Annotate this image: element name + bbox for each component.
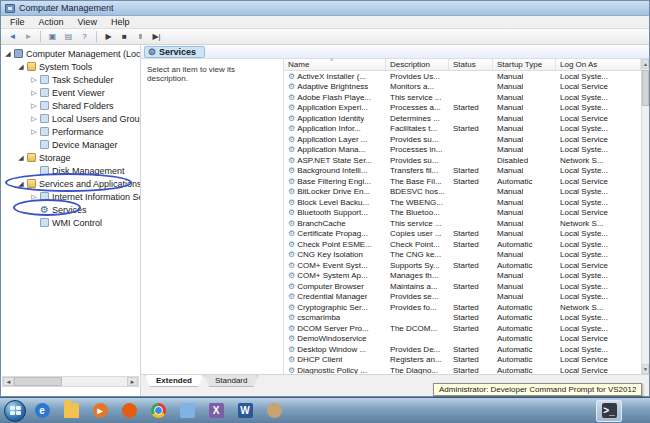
restart-service-button[interactable]: ▶| [149, 30, 164, 43]
word-icon[interactable]: W [232, 400, 258, 422]
forward-button[interactable]: ► [21, 30, 36, 43]
table-row[interactable]: ⚙CNG Key IsolationThe CNG ke...ManualLoc… [284, 250, 641, 261]
tree-item-internet-information-se[interactable]: ▷Internet Information Se [1, 190, 140, 203]
table-row[interactable]: ⚙DHCP ClientRegisters an...StartedAutoma… [284, 355, 641, 366]
tab-extended[interactable]: Extended [145, 375, 203, 387]
firefox-icon[interactable] [116, 400, 142, 422]
menu-help[interactable]: Help [104, 17, 137, 27]
tree-item-storage[interactable]: ◢Storage [1, 151, 140, 164]
chrome-icon[interactable] [145, 400, 171, 422]
scrollbar-thumb[interactable] [642, 70, 649, 106]
computer-icon [14, 49, 23, 58]
column-header-startup-type[interactable]: Startup Type [493, 59, 556, 70]
collapsed-arrow-icon[interactable]: ▷ [29, 115, 39, 123]
show-console-tree-button[interactable]: ▣ [45, 30, 60, 43]
table-row[interactable]: ⚙Application IdentityDetermines ...Manua… [284, 113, 641, 124]
table-row[interactable]: ⚙Desktop Window ...Provides De...Started… [284, 344, 641, 355]
table-row[interactable]: ⚙Computer BrowserMaintains a...StartedMa… [284, 281, 641, 292]
table-row[interactable]: ⚙DCOM Server Pro...The DCOM...StartedAut… [284, 323, 641, 334]
service-name: Check Point ESME... [297, 240, 372, 249]
scrollbar-track[interactable] [14, 377, 127, 386]
table-row[interactable]: ⚙BranchCacheThis service ...ManualNetwor… [284, 218, 641, 229]
table-row[interactable]: ⚙Credential ManagerProvides se...ManualL… [284, 292, 641, 303]
expanded-arrow-icon[interactable]: ◢ [16, 180, 26, 188]
tree-item-task-scheduler[interactable]: ▷Task Scheduler [1, 73, 140, 86]
collapsed-arrow-icon[interactable]: ▷ [29, 193, 39, 201]
collapsed-arrow-icon[interactable]: ▷ [29, 128, 39, 136]
menu-action[interactable]: Action [32, 17, 71, 27]
media-player-icon[interactable]: ▸ [87, 400, 113, 422]
tree-item-shared-folders[interactable]: ▷Shared Folders [1, 99, 140, 112]
table-row[interactable]: ⚙Adaptive BrightnessMonitors a...ManualL… [284, 82, 641, 93]
table-row[interactable]: ⚙ActiveX Installer (...Provides Us...Man… [284, 71, 641, 82]
scroll-up-button[interactable]: ▲ [642, 59, 649, 69]
export-list-button[interactable]: ▤ [61, 30, 76, 43]
scroll-right-button[interactable]: ► [127, 377, 138, 386]
help-button[interactable]: ? [77, 30, 92, 43]
tree-item-system-tools[interactable]: ◢System Tools [1, 60, 140, 73]
table-row[interactable]: ⚙Application Infor...Facilitates t...Sta… [284, 124, 641, 135]
table-row[interactable]: ⚙Application Layer ...Provides su...Manu… [284, 134, 641, 145]
collapsed-arrow-icon[interactable]: ▷ [29, 89, 39, 97]
scroll-left-button[interactable]: ◄ [3, 377, 14, 386]
tree-horizontal-scrollbar[interactable]: ◄ ► [2, 376, 139, 387]
app-x-icon[interactable]: X [203, 400, 229, 422]
expanded-arrow-icon[interactable]: ◢ [16, 63, 26, 71]
titlebar[interactable]: Computer Management [1, 1, 649, 16]
tree-item-services[interactable]: ⚙Services [1, 203, 140, 216]
service-name: Application Layer ... [297, 135, 367, 144]
column-header-name[interactable]: ˄Name [284, 59, 386, 70]
tree-item-disk-management[interactable]: Disk Management [1, 164, 140, 177]
column-header-status[interactable]: Status [449, 59, 493, 70]
start-button[interactable] [4, 400, 26, 422]
tree-item-performance[interactable]: ▷Performance [1, 125, 140, 138]
tree-item-local-users-and-groups[interactable]: ▷Local Users and Groups [1, 112, 140, 125]
photo-viewer-icon[interactable] [174, 400, 200, 422]
table-row[interactable]: ⚙Bluetooth Support...The Bluetoo...Manua… [284, 208, 641, 219]
stop-service-button[interactable]: ■ [117, 30, 132, 43]
column-header-log-on-as[interactable]: Log On As [556, 59, 641, 70]
collapsed-arrow-icon[interactable]: ▷ [29, 76, 39, 84]
table-row[interactable]: ⚙ASP.NET State Ser...Provides su...Disab… [284, 155, 641, 166]
service-logon-as: Local Syste... [560, 93, 608, 102]
scroll-down-button[interactable]: ▼ [642, 364, 649, 374]
service-logon-as: Local Syste... [560, 124, 608, 133]
table-vertical-scrollbar[interactable]: ▲ ▼ [641, 59, 649, 374]
back-button[interactable]: ◄ [5, 30, 20, 43]
scrollbar-thumb[interactable] [14, 377, 62, 386]
start-service-button[interactable]: ▶ [101, 30, 116, 43]
table-row[interactable]: ⚙BitLocker Drive En...BDESVC hos...Manua… [284, 187, 641, 198]
menu-file[interactable]: File [3, 17, 32, 27]
table-row[interactable]: ⚙Adobe Flash Playe...This service ...Man… [284, 92, 641, 103]
table-row[interactable]: ⚙Background Intelli...Transfers fil...St… [284, 166, 641, 177]
table-row[interactable]: ⚙Certificate Propag...Copies user ...Sta… [284, 229, 641, 240]
table-row[interactable]: ⚙COM+ Event Syst...Supports Sy...Started… [284, 260, 641, 271]
table-row[interactable]: ⚙Diagnostic Policy ...The Diagno...Start… [284, 365, 641, 374]
expanded-arrow-icon[interactable]: ◢ [16, 154, 26, 162]
table-row[interactable]: ⚙COM+ System Ap...Manages th...ManualLoc… [284, 271, 641, 282]
menu-view[interactable]: View [71, 17, 104, 27]
collapsed-arrow-icon[interactable]: ▷ [29, 102, 39, 110]
paint-icon[interactable] [261, 400, 287, 422]
column-header-description[interactable]: Description [386, 59, 449, 70]
table-row[interactable]: ⚙Base Filtering Engi...The Base Fil...St… [284, 176, 641, 187]
table-row[interactable]: ⚙Cryptographic Ser...Provides fo...Start… [284, 302, 641, 313]
table-row[interactable]: ⚙Application Experi...Processes a...Star… [284, 103, 641, 114]
windows-explorer-icon[interactable] [58, 400, 84, 422]
pause-service-button[interactable]: ‖ [133, 30, 148, 43]
table-row[interactable]: ⚙Check Point ESME...Check Point...Starte… [284, 239, 641, 250]
tree-item-device-manager[interactable]: Device Manager [1, 138, 140, 151]
tab-standard[interactable]: Standard [204, 375, 258, 387]
service-name: COM+ Event Syst... [297, 261, 367, 270]
tree-item-services-and-applications[interactable]: ◢Services and Applications [1, 177, 140, 190]
expanded-arrow-icon[interactable]: ◢ [3, 50, 13, 58]
table-row[interactable]: ⚙cscmarimbaStartedAutomaticLocal Syste..… [284, 313, 641, 324]
table-row[interactable]: ⚙Block Level Backu...The WBENG...ManualL… [284, 197, 641, 208]
vs-command-prompt-icon[interactable]: >_ [596, 400, 622, 422]
tree-item-event-viewer[interactable]: ▷Event Viewer [1, 86, 140, 99]
table-row[interactable]: ⚙Application Mana...Processes in...Manua… [284, 145, 641, 156]
tree-item-computer-management-local[interactable]: ◢Computer Management (Local [1, 47, 140, 60]
tree-item-wmi-control[interactable]: WMI Control [1, 216, 140, 229]
table-row[interactable]: ⚙DemoWindoserviceAutomaticLocal Service [284, 334, 641, 345]
internet-explorer-icon[interactable]: e [29, 400, 55, 422]
